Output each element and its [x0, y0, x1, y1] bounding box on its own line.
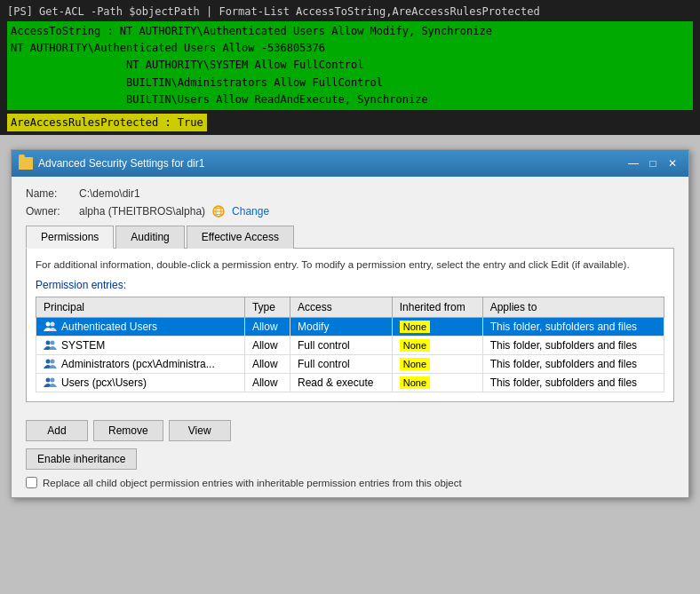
are-rules-row: AreAccessRulesProtected : True — [7, 112, 693, 131]
user-group-icon — [44, 321, 58, 333]
cell-inherited: None — [392, 318, 482, 337]
cell-applies-to: This folder, subfolders and files — [482, 318, 664, 337]
table-row[interactable]: SYSTEM AllowFull controlNoneThis folder,… — [36, 337, 664, 355]
user-group-icon — [44, 358, 58, 370]
terminal-prompt: [PS] Get-ACL -Path $objectPath | Format-… — [7, 4, 693, 20]
access-line-2: NT AUTHORITY\Authenticated Users Allow -… — [11, 42, 325, 54]
cell-access: Full control — [290, 355, 393, 374]
col-access: Access — [290, 297, 393, 318]
bottom-area: Add Remove View Enable inheritance Repla… — [12, 413, 688, 497]
cell-inherited: None — [392, 374, 482, 392]
change-link-area[interactable]: Change — [212, 205, 269, 218]
cell-access: Read & execute — [290, 374, 393, 392]
table-row[interactable]: Administrators (pcx\Administra... AllowF… — [36, 355, 664, 374]
tab-auditing[interactable]: Auditing — [115, 226, 184, 249]
cell-access: Modify — [290, 318, 393, 337]
cell-type: Allow — [244, 355, 290, 374]
dialog-title: Advanced Security Settings for dir1 — [38, 157, 204, 170]
close-button[interactable]: ✕ — [664, 154, 681, 172]
dialog-body: Name: C:\demo\dir1 Owner: alpha (THEITBR… — [12, 177, 688, 413]
tabs-container: Permissions Auditing Effective Access — [26, 225, 674, 249]
col-principal: Principal — [36, 297, 245, 318]
access-line-4: BUILTIN\Administrators Allow FullControl — [11, 76, 383, 89]
svg-point-11 — [46, 378, 51, 383]
col-applies-to: Applies to — [482, 297, 664, 318]
checkbox-label: Replace all child object permission entr… — [43, 478, 462, 488]
cell-inherited: None — [392, 355, 482, 374]
button-row: Add Remove View — [26, 420, 674, 441]
globe-icon — [212, 205, 225, 218]
svg-point-8 — [51, 341, 55, 345]
svg-point-5 — [46, 322, 51, 327]
cell-type: Allow — [244, 374, 290, 392]
access-line-1: : NT AUTHORITY\Authenticated Users Allow… — [107, 25, 491, 37]
none-badge: None — [400, 358, 430, 370]
name-row: Name: C:\demo\dir1 — [26, 187, 674, 200]
terminal-area: [PS] Get-ACL -Path $objectPath | Format-… — [0, 0, 700, 135]
svg-point-6 — [51, 322, 55, 327]
minimize-button[interactable]: — — [624, 154, 642, 172]
access-line-3: NT AUTHORITY\SYSTEM Allow FullControl — [11, 59, 363, 71]
advanced-security-dialog: Advanced Security Settings for dir1 — □ … — [11, 149, 689, 498]
are-rules-label: AreAccessRulesProtected — [11, 116, 158, 129]
owner-label: Owner: — [26, 205, 79, 218]
none-badge: None — [400, 376, 430, 389]
remove-button[interactable]: Remove — [93, 420, 163, 441]
dialog-title-area: Advanced Security Settings for dir1 — [19, 157, 204, 170]
cell-applies-to: This folder, subfolders and files — [482, 374, 664, 392]
user-group-icon — [44, 376, 58, 389]
none-badge: None — [400, 339, 430, 352]
change-link[interactable]: Change — [232, 205, 269, 218]
svg-point-9 — [46, 360, 51, 364]
svg-point-7 — [46, 341, 51, 345]
dialog-titlebar: Advanced Security Settings for dir1 — □ … — [12, 150, 688, 177]
none-badge: None — [400, 321, 430, 333]
cell-access: Full control — [290, 337, 393, 355]
permission-table: Principal Type Access Inherited from App… — [36, 297, 664, 392]
are-rules-value: : True — [164, 116, 203, 129]
tab-permissions[interactable]: Permissions — [26, 226, 114, 249]
cell-principal: Authenticated Users — [36, 318, 245, 337]
tab-content-permissions: For additional information, double-click… — [26, 249, 674, 402]
info-text: For additional information, double-click… — [36, 257, 664, 272]
terminal-output: AccessToString : NT AUTHORITY\Authentica… — [7, 21, 693, 110]
table-row[interactable]: Authenticated Users AllowModifyNoneThis … — [36, 318, 664, 337]
view-button[interactable]: View — [169, 420, 231, 441]
checkbox-row: Replace all child object permission entr… — [26, 477, 674, 488]
owner-value: alpha (THEITBROS\alpha) — [79, 205, 205, 218]
owner-row: Owner: alpha (THEITBROS\alpha) Change — [26, 205, 674, 218]
folder-icon — [19, 157, 33, 170]
cell-inherited: None — [392, 337, 482, 355]
cell-principal: Users (pcx\Users) — [36, 374, 245, 392]
replace-perm-checkbox[interactable] — [26, 477, 37, 488]
maximize-button[interactable]: □ — [644, 154, 662, 172]
svg-point-10 — [51, 360, 55, 364]
add-button[interactable]: Add — [26, 420, 88, 441]
are-rules-line: AreAccessRulesProtected : True — [7, 114, 207, 131]
col-type: Type — [244, 297, 290, 318]
name-label: Name: — [26, 187, 79, 200]
table-row[interactable]: Users (pcx\Users) AllowRead & executeNon… — [36, 374, 664, 392]
enable-inheritance-button[interactable]: Enable inheritance — [26, 448, 137, 470]
svg-point-12 — [51, 378, 55, 383]
cell-applies-to: This folder, subfolders and files — [482, 355, 664, 374]
cell-type: Allow — [244, 337, 290, 355]
titlebar-controls: — □ ✕ — [624, 154, 681, 172]
perm-entries-label: Permission entries: — [36, 279, 664, 291]
cell-principal: SYSTEM — [36, 337, 245, 355]
table-header-row: Principal Type Access Inherited from App… — [36, 297, 664, 318]
cell-principal: Administrators (pcx\Administra... — [36, 355, 245, 374]
col-inherited: Inherited from — [392, 297, 482, 318]
cell-applies-to: This folder, subfolders and files — [482, 337, 664, 355]
cell-type: Allow — [244, 318, 290, 337]
access-line-5: BUILTIN\Users Allow ReadAndExecute, Sync… — [11, 93, 428, 106]
tab-effective-access[interactable]: Effective Access — [187, 226, 294, 249]
name-value: C:\demo\dir1 — [79, 187, 140, 200]
access-to-string-label: AccessToString — [11, 25, 100, 37]
user-group-icon — [44, 339, 58, 352]
